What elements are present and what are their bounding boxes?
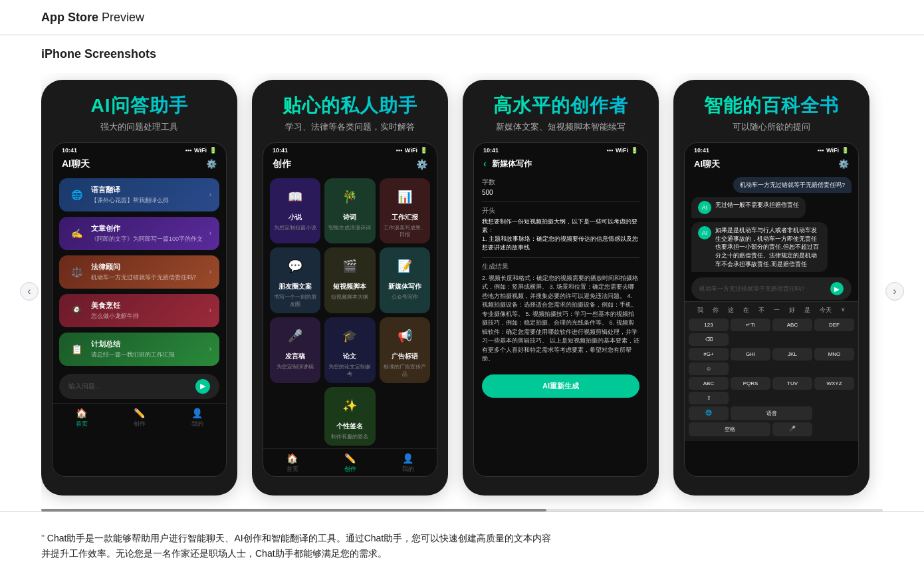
tab-home-1[interactable]: 🏠 首页 xyxy=(76,408,88,428)
phone4-title: 智能的百科全书 xyxy=(704,94,839,117)
scroll-track xyxy=(41,509,883,511)
back-button-3[interactable]: ‹ xyxy=(483,158,487,169)
key-hash[interactable]: #G+ xyxy=(689,348,729,360)
key-space[interactable]: 空格 xyxy=(689,422,770,436)
key-emoji[interactable]: ☺ xyxy=(689,362,729,375)
script-icon: 🎬 xyxy=(338,254,362,278)
key-tuv[interactable]: TUV xyxy=(772,377,812,390)
grid-item-moments[interactable]: 💬 朋友圈文案 书写一个一则的朋友圈 xyxy=(270,247,320,313)
key-del[interactable]: ⌫ xyxy=(689,333,729,346)
tab-home-2[interactable]: 🏠 首页 xyxy=(287,453,298,474)
suggest-3: 这 xyxy=(725,305,737,316)
key-shift[interactable]: ⇧ xyxy=(689,392,729,404)
scroll-thumb xyxy=(41,509,546,511)
tab-profile-label-1: 我的 xyxy=(191,420,203,428)
key-jkl[interactable]: JKL xyxy=(772,348,812,360)
novel-name: 小说 xyxy=(289,213,302,222)
description-body: Chat助手是一款能够帮助用户进行智能聊天、AI创作和智能翻译的工具。通过Cha… xyxy=(41,533,551,559)
key-abc[interactable]: ABC xyxy=(772,319,812,331)
scroll-left-button[interactable]: ‹ xyxy=(20,282,39,301)
suggest-5: 不 xyxy=(756,305,767,316)
s1-bottom-input[interactable]: 输入问题... ▶ xyxy=(59,374,219,399)
s2-nav-title: 创作 xyxy=(273,158,291,170)
key-ti[interactable]: ↵Ti xyxy=(731,319,770,331)
key-ghi[interactable]: GHI xyxy=(731,348,770,360)
media-icon: 📝 xyxy=(393,254,417,278)
chevron-icon-2: › xyxy=(209,229,211,237)
signature-desc: 制作有趣的签名 xyxy=(331,434,368,440)
time-2: 10:41 xyxy=(273,147,288,154)
settings-icon-2[interactable]: ⚙️ xyxy=(416,159,427,170)
status-icons-2: ▪▪▪ WiFi 🔋 xyxy=(396,147,428,154)
suggest-1: 我 xyxy=(695,305,706,316)
suggest-9: 今天 xyxy=(817,305,834,316)
scroll-right-button[interactable]: › xyxy=(885,282,904,301)
list-item-5[interactable]: 📋 计划总结 请总结一篇—我们班的工作汇报 › xyxy=(59,333,219,366)
item4-desc: 怎么做小龙虾牛排 xyxy=(91,312,139,321)
tab-profile-label-2: 我的 xyxy=(402,465,414,474)
msg-bot-1: AI 无过错一般不需要承担赔偿责任 xyxy=(691,197,806,218)
report-icon: 📊 xyxy=(393,185,417,209)
status-bar-3: 10:41 ▪▪▪ WiFi 🔋 xyxy=(474,143,647,156)
item3-icon: ⚖️ xyxy=(67,263,86,281)
tab-profile-2[interactable]: 👤 我的 xyxy=(402,453,414,474)
time-3: 10:41 xyxy=(483,147,499,154)
tab-profile-1[interactable]: 👤 我的 xyxy=(191,408,203,428)
grid-item-paper[interactable]: 🎓 论文 为您的论文定制参考 xyxy=(324,317,375,383)
s4-input-text: 机动车一方无过错就等于无赔偿责任吗? xyxy=(699,285,830,293)
gen-button[interactable]: AI重新生成 xyxy=(482,374,639,398)
right-arrow-icon: › xyxy=(893,286,896,297)
divider-1 xyxy=(482,202,639,202)
s2-nav: 创作 ⚙️ xyxy=(263,156,437,176)
key-def[interactable]: DEF xyxy=(814,319,854,331)
grid-item-signature[interactable]: ✨ 个性签名 制作有趣的签名 xyxy=(324,387,375,446)
item2-name: 文章创作 xyxy=(91,223,203,233)
list-item-4[interactable]: 🍳 美食烹饪 怎么做小龙虾牛排 › xyxy=(59,294,219,327)
battery-icon: 🔋 xyxy=(209,147,217,154)
key-mno[interactable]: MNO xyxy=(814,348,854,360)
suggest-4: 在 xyxy=(741,305,752,316)
s4-suggestions: 我 你 这 在 不 一 好 是 今天 ∨ xyxy=(689,305,854,316)
grid-item-report[interactable]: 📊 工作汇报 工作滚美写成果、日报 xyxy=(380,178,430,244)
msg-bot-2: AI 如果是是机动车与行人或者非机动车发生交通事故的，机动车一方即使无责任也要承… xyxy=(691,222,828,272)
poetry-icon: 🎋 xyxy=(338,185,362,209)
s4-input-area[interactable]: 机动车一方无过错就等于无赔偿责任吗? ▶ xyxy=(691,277,852,300)
chevron-icon-5: › xyxy=(209,345,211,353)
grid-item-novel[interactable]: 📖 小说 为您定制短篇小说 xyxy=(270,178,320,244)
key-voice[interactable]: 语音 xyxy=(731,406,812,420)
settings-icon[interactable]: ⚙️ xyxy=(206,159,217,169)
key-pqrs[interactable]: PQRS xyxy=(731,377,770,390)
description-text: " Chat助手是一款能够帮助用户进行智能聊天、AI创作和智能翻译的工具。通过C… xyxy=(41,531,560,561)
list-item-3[interactable]: ⚖️ 法律顾问 机动车一方无过错就等于无赔偿责任吗? › xyxy=(59,255,219,289)
key-globe[interactable]: 🌐 xyxy=(689,406,729,420)
key-123[interactable]: 123 xyxy=(689,319,729,331)
grid-item-speech[interactable]: 🎤 发言稿 为您定制演讲稿 xyxy=(270,317,320,383)
label-intro: 开头 xyxy=(482,206,639,215)
bot-avatar-1: AI xyxy=(698,201,711,214)
moments-name: 朋友圈文案 xyxy=(279,282,312,291)
item3-name: 法律顾问 xyxy=(91,262,196,272)
s1-send-button[interactable]: ▶ xyxy=(195,379,210,394)
result-label: 生成结果 xyxy=(482,262,639,271)
grid-item-ad[interactable]: 📢 广告标语 标准的广告宣传产品 xyxy=(380,317,430,383)
s4-send-button[interactable]: ▶ xyxy=(830,282,844,295)
grid-item-script[interactable]: 🎬 短视频脚本 短视频脚本大纲 xyxy=(324,247,375,313)
phone-card-2: 贴心的私人助手 学习、法律等各类问题，实时解答 10:41 ▪▪▪ WiFi 🔋… xyxy=(252,80,448,496)
key-mic[interactable]: 🎤 xyxy=(772,422,812,436)
signature-name: 个性签名 xyxy=(336,422,363,431)
list-item-2[interactable]: ✍️ 文章创作 《阿郎的文字》为阿郎写一篇100字的作文 › xyxy=(59,217,219,250)
grid-item-media[interactable]: 📝 新媒体写作 公众号写作 xyxy=(380,247,430,313)
tab-create-1[interactable]: ✏️ 创作 xyxy=(134,408,146,428)
s1-input-placeholder: 输入问题... xyxy=(68,382,100,391)
tab-create-2[interactable]: ✏️ 创作 xyxy=(344,453,356,474)
status-icons-1: ▪▪▪ WiFi 🔋 xyxy=(185,147,217,154)
list-item-1[interactable]: 🌐 语言翻译 【课外心花园】帮我翻译么得 › xyxy=(59,178,219,212)
grid-item-poetry[interactable]: 🎋 诗词 智能生成浪漫诗词 xyxy=(324,178,375,244)
phone1-title: AI问答助手 xyxy=(91,94,188,117)
settings-icon-4[interactable]: ⚙️ xyxy=(838,159,849,169)
s2-tab-bar: 🏠 首页 ✏️ 创作 👤 我的 xyxy=(263,448,437,476)
app-store-bold: App Store xyxy=(41,11,98,24)
key-abc2[interactable]: ABC xyxy=(689,377,729,390)
phone-card-1: AI问答助手 强大的问题处理工具 10:41 ▪▪▪ WiFi 🔋 AI聊天 ⚙… xyxy=(41,80,237,496)
key-wxyz[interactable]: WXYZ xyxy=(814,377,854,390)
